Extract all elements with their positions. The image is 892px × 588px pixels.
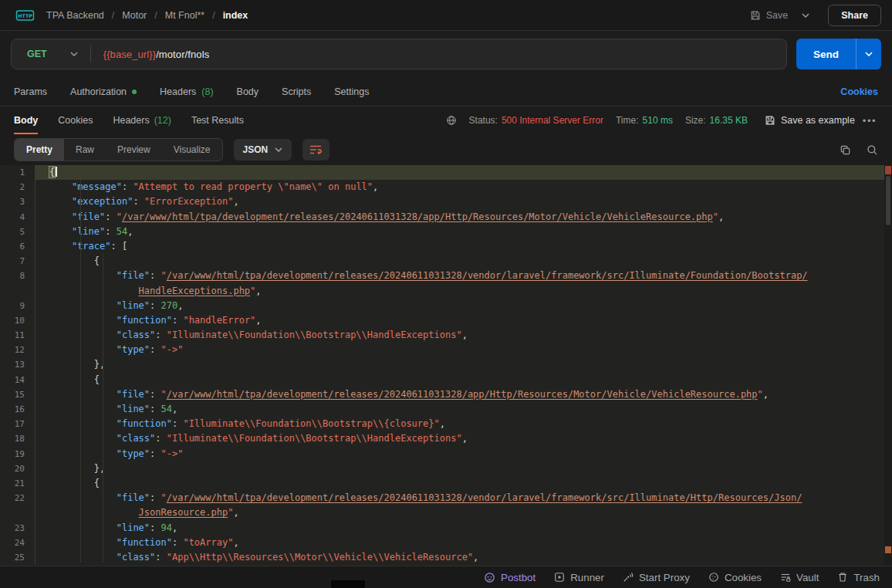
divider xyxy=(90,46,91,63)
tab-authorization[interactable]: Authorization xyxy=(70,86,137,97)
breadcrumb-folder[interactable]: Mt Fnol** xyxy=(165,10,204,21)
chevron-down-icon xyxy=(802,13,809,18)
tab-settings[interactable]: Settings xyxy=(334,86,369,97)
file-path-link[interactable]: JsonResource.php xyxy=(139,507,228,518)
text-cursor xyxy=(56,167,57,177)
view-mode-switcher: Pretty Raw Preview Visualize xyxy=(14,138,223,161)
url-box: GET {{base_url}}/motor/fnols xyxy=(11,39,787,69)
code-token: { xyxy=(94,478,100,488)
line-number: 11 xyxy=(0,328,35,343)
code-token: , xyxy=(233,507,238,518)
code-line-24: 24 "function": "toArray", xyxy=(0,536,884,550)
file-path-link[interactable]: /var/www/html/tpa/development/releases/2… xyxy=(167,270,808,281)
response-toolbar: Pretty Raw Preview Visualize JSON xyxy=(0,134,892,165)
send-dropdown-button[interactable] xyxy=(857,39,881,69)
response-meta: Status: 500 Internal Server Error Time: … xyxy=(446,112,878,130)
tab-body[interactable]: Body xyxy=(237,86,259,97)
response-body-editor[interactable]: 1{2 "message": "Attempt to read property… xyxy=(0,165,892,566)
network-info-icon[interactable] xyxy=(446,115,457,126)
code-text: "type": "->" xyxy=(35,343,884,357)
headers-count-badge: (8) xyxy=(201,86,213,97)
url-input[interactable]: {{base_url}}/motor/fnols xyxy=(103,49,786,60)
scrollbar-error-marker xyxy=(885,166,891,174)
code-token: , xyxy=(440,418,445,429)
line-number: 13 xyxy=(0,357,35,372)
code-token: 54 xyxy=(117,226,127,237)
cookies-link[interactable]: Cookies xyxy=(840,86,878,97)
breadcrumb-collection[interactable]: Motor xyxy=(122,10,147,21)
response-tab-cookies[interactable]: Cookies xyxy=(58,106,93,134)
file-path-link[interactable]: HandleExceptions.php xyxy=(139,286,251,296)
method-selector[interactable]: GET xyxy=(12,39,90,69)
file-path-link[interactable]: /var/www/html/tpa/development/releases/2… xyxy=(167,492,802,503)
wrap-text-icon xyxy=(309,144,323,155)
code-line-10: 10 "function": "handleError", xyxy=(0,313,884,328)
vault-icon xyxy=(780,572,791,583)
tab-params[interactable]: Params xyxy=(14,86,47,97)
line-number xyxy=(0,284,35,299)
response-tab-test-results[interactable]: Test Results xyxy=(191,106,244,134)
vault-button[interactable]: Vault xyxy=(780,572,819,583)
code-token: : xyxy=(105,211,116,222)
send-button[interactable]: Send xyxy=(796,39,857,69)
file-path-link[interactable]: /var/www/html/tpa/development/releases/2… xyxy=(167,389,758,400)
postbot-button[interactable]: Postbot xyxy=(484,572,536,583)
wrap-text-toggle[interactable] xyxy=(302,139,329,161)
runner-button[interactable]: Runner xyxy=(554,572,604,583)
format-selector[interactable]: JSON xyxy=(234,139,292,161)
code-token: , xyxy=(177,300,183,311)
code-line-wrap: HandleExceptions.php", xyxy=(0,284,884,299)
response-tab-body[interactable]: Body xyxy=(14,106,38,134)
code-text: "class": "App\\Http\\Resources\\Motor\\V… xyxy=(35,550,884,565)
tab-scripts[interactable]: Scripts xyxy=(282,86,311,97)
code-token: "ErrorException" xyxy=(144,196,234,207)
view-visualize[interactable]: Visualize xyxy=(162,139,222,161)
line-number: 22 xyxy=(0,491,35,505)
save-as-example-button[interactable]: Save as example xyxy=(765,115,855,126)
code-text: }, xyxy=(35,357,884,372)
start-proxy-button[interactable]: Start Proxy xyxy=(623,572,690,583)
code-token: : xyxy=(172,537,183,548)
save-button[interactable]: Save xyxy=(748,5,790,25)
line-number: 14 xyxy=(0,373,35,387)
more-actions-button[interactable]: ••• xyxy=(861,112,878,130)
breadcrumb-workspace[interactable]: TPA Backend xyxy=(46,10,104,21)
response-headers-count-badge: (12) xyxy=(154,115,171,126)
code-line-23: 23 "line": 94, xyxy=(0,521,884,536)
response-tab-headers[interactable]: Headers (12) xyxy=(113,106,171,134)
http-request-icon: HTTP xyxy=(15,8,35,23)
breadcrumb-request[interactable]: index xyxy=(223,10,248,21)
code-token: "type" xyxy=(117,344,150,355)
trash-button[interactable]: Trash xyxy=(837,572,880,583)
send-group: Send xyxy=(796,39,881,69)
line-number: 15 xyxy=(0,387,35,402)
copy-button[interactable] xyxy=(840,144,851,156)
view-preview[interactable]: Preview xyxy=(106,139,162,161)
code-text: "line": 94, xyxy=(35,521,884,536)
code-text: "class": "Illuminate\\Foundation\\Bootst… xyxy=(35,328,884,343)
code-token: "line" xyxy=(72,226,105,237)
search-button[interactable] xyxy=(867,144,878,156)
code-text: "file": "/var/www/html/tpa/development/r… xyxy=(35,387,884,402)
code-line-19: 19 "type": "->" xyxy=(0,447,884,461)
editor-scrollbar[interactable] xyxy=(884,165,892,566)
file-path-link[interactable]: /var/www/html/tpa/development/releases/2… xyxy=(122,211,713,222)
save-dropdown-button[interactable] xyxy=(797,8,814,22)
code-token: "file" xyxy=(72,211,105,222)
share-button[interactable]: Share xyxy=(828,5,881,26)
code-text: "function": "toArray", xyxy=(35,536,884,550)
code-token: "message" xyxy=(72,181,122,192)
cookies-button[interactable]: Cookies xyxy=(708,572,762,583)
code-token: : xyxy=(150,522,160,533)
code-token: , xyxy=(233,196,238,207)
code-line-25: 25 "class": "App\\Http\\Resources\\Motor… xyxy=(0,550,884,565)
scrollbar-thumb[interactable] xyxy=(886,176,890,225)
code-line-22: 22 "file": "/var/www/html/tpa/developmen… xyxy=(0,491,884,505)
code-line-14: 14 { xyxy=(0,373,884,387)
view-pretty[interactable]: Pretty xyxy=(15,139,64,161)
view-raw[interactable]: Raw xyxy=(64,139,106,161)
method-label: GET xyxy=(27,49,47,59)
tab-headers[interactable]: Headers (8) xyxy=(160,86,214,97)
line-number: 17 xyxy=(0,417,35,431)
code-token: : xyxy=(122,181,133,192)
